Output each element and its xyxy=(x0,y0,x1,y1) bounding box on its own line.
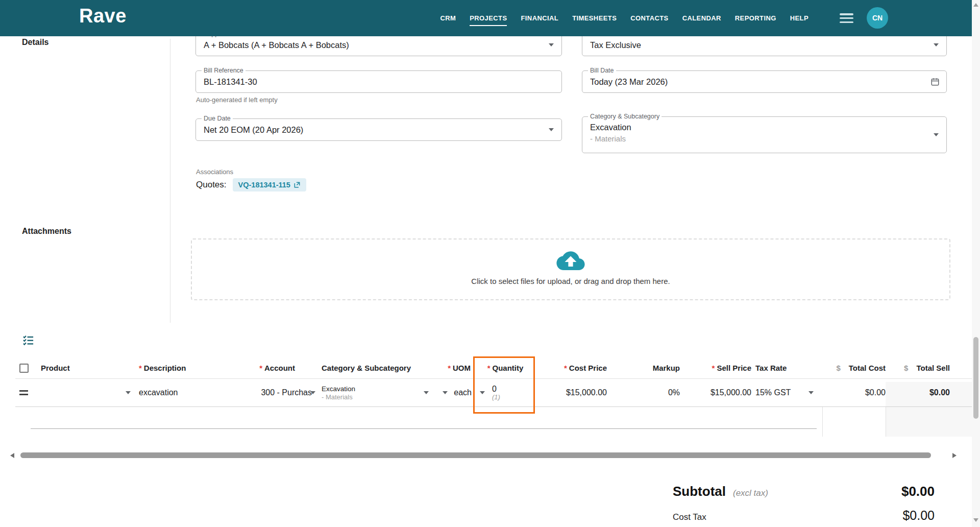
cell-markup[interactable]: 0% xyxy=(610,388,684,397)
subtotal-label: Subtotal xyxy=(673,484,726,499)
nav-crm[interactable]: CRM xyxy=(440,10,456,26)
vertical-scrollbar[interactable] xyxy=(972,0,980,527)
cell-cost-price[interactable]: $15,000.00 xyxy=(536,388,610,397)
calendar-icon[interactable] xyxy=(930,77,940,88)
totals-summary: Subtotal (excl tax) $0.00 Cost Tax $0.00 xyxy=(673,484,935,523)
nav-projects[interactable]: PROJECTS xyxy=(470,10,507,26)
bill-date-value: Today (23 Mar 2026) xyxy=(590,77,925,87)
quotes-label: Quotes: xyxy=(196,180,227,190)
tax-mode-select[interactable]: Tax Exclusive xyxy=(582,36,947,56)
supplier-label: Supplier xyxy=(202,36,229,38)
user-avatar[interactable]: CN xyxy=(867,7,888,29)
cell-description[interactable]: excavation xyxy=(133,388,240,397)
chevron-down-icon[interactable] xyxy=(443,391,448,394)
nav-help[interactable]: HELP xyxy=(790,10,808,26)
scroll-up-arrow-icon[interactable] xyxy=(973,3,978,7)
bill-reference-helper: Auto-generated if left empty xyxy=(196,96,278,104)
col-product: Product xyxy=(37,364,133,372)
quote-chip-label: VQ-181341-115 xyxy=(238,181,290,189)
nav-reporting[interactable]: REPORTING xyxy=(735,10,776,26)
horizontal-scrollbar[interactable] xyxy=(0,451,972,459)
scroll-left-arrow-icon[interactable] xyxy=(10,453,14,458)
dollar-icon: $ xyxy=(836,364,840,372)
nav-calendar[interactable]: CALENDAR xyxy=(682,10,721,26)
col-markup: Markup xyxy=(610,364,684,372)
cost-tax-label: Cost Tax xyxy=(673,512,706,522)
file-upload-dropzone[interactable]: Click to select files for upload, or dra… xyxy=(191,238,950,300)
scroll-right-arrow-icon[interactable] xyxy=(952,453,957,458)
chevron-down-icon[interactable] xyxy=(480,391,485,394)
associations-label: Associations xyxy=(196,168,233,176)
cell-sell-price[interactable]: $15,000.00 xyxy=(684,388,751,397)
category-select[interactable]: Category & Subcategory Excavation - Mate… xyxy=(582,116,947,153)
bill-date-input[interactable]: Bill Date Today (23 Mar 2026) xyxy=(582,70,947,93)
chevron-down-icon[interactable] xyxy=(934,133,939,136)
col-tax-rate: Tax Rate xyxy=(751,364,817,372)
cell-account[interactable]: 300 - Purchas xyxy=(240,388,315,397)
chevron-down-icon[interactable] xyxy=(549,128,554,131)
category-value: Excavation xyxy=(590,123,631,132)
subtotal-note: (excl tax) xyxy=(733,488,768,498)
bill-date-label: Bill Date xyxy=(588,66,616,75)
nav-timesheets[interactable]: TIMESHEETS xyxy=(572,10,617,26)
due-date-label: Due Date xyxy=(202,114,233,123)
cell-uom[interactable]: each xyxy=(433,388,475,397)
select-all-checkbox[interactable] xyxy=(19,364,29,373)
upload-hint-text: Click to select files for upload, or dra… xyxy=(192,277,949,285)
col-total-cost: $Total Cost xyxy=(817,364,886,372)
horizontal-scrollbar-thumb[interactable] xyxy=(20,452,931,458)
supplier-select[interactable]: Supplier A + Bobcats (A + Bobcats A + Bo… xyxy=(195,36,562,56)
drag-handle-icon[interactable] xyxy=(19,390,28,395)
col-account: *Account xyxy=(240,364,315,372)
category-label: Category & Subcategory xyxy=(588,112,662,121)
bill-reference-value: BL-181341-30 xyxy=(204,77,540,87)
table-footer-border xyxy=(31,407,817,429)
chevron-down-icon[interactable] xyxy=(549,43,554,46)
subtotal-value: $0.00 xyxy=(901,484,935,499)
main-nav: CRM PROJECTS FINANCIAL TIMESHEETS CONTAC… xyxy=(440,0,808,36)
chevron-down-icon[interactable] xyxy=(424,391,429,394)
cell-product[interactable] xyxy=(37,391,133,394)
col-sell-price: *Sell Price xyxy=(684,364,751,372)
hamburger-menu-icon[interactable] xyxy=(840,13,853,23)
details-section-label: Details xyxy=(22,38,48,47)
col-total-sell: $Total Sell xyxy=(886,364,972,372)
nav-financial[interactable]: FINANCIAL xyxy=(521,10,558,26)
nav-contacts[interactable]: CONTACTS xyxy=(630,10,668,26)
section-divider xyxy=(170,39,170,323)
external-link-icon xyxy=(293,181,301,188)
chevron-down-icon[interactable] xyxy=(310,391,315,394)
due-date-value: Net 20 EOM (20 Apr 2026) xyxy=(204,125,540,135)
cell-total-sell: $0.00 xyxy=(886,388,972,397)
chevron-down-icon[interactable] xyxy=(808,391,814,394)
col-description: *Description xyxy=(133,364,240,372)
app-logo: Rave xyxy=(79,5,127,27)
chevron-down-icon[interactable] xyxy=(934,43,939,46)
bill-edit-page: Rave CRM PROJECTS FINANCIAL TIMESHEETS C… xyxy=(0,0,980,527)
attachments-section-label: Attachments xyxy=(22,227,71,236)
checklist-icon[interactable] xyxy=(22,334,34,348)
tax-mode-value: Tax Exclusive xyxy=(590,40,925,50)
cost-tax-value: $0.00 xyxy=(902,508,935,523)
quote-link-chip[interactable]: VQ-181341-115 xyxy=(233,178,306,191)
chevron-down-icon[interactable] xyxy=(126,391,131,394)
table-header-row: Product *Description *Account Category &… xyxy=(15,357,972,379)
cell-quantity[interactable]: 0 (1) xyxy=(475,385,536,401)
col-category: Category & Subcategory xyxy=(315,364,433,372)
col-uom: *UOM xyxy=(433,364,475,372)
page-content: Details Attachments Supplier A + Bobcats… xyxy=(0,36,972,527)
bill-reference-input[interactable]: Bill Reference BL-181341-30 xyxy=(195,70,562,93)
scroll-down-arrow-icon[interactable] xyxy=(973,518,978,522)
category-subvalue: - Materials xyxy=(590,134,626,143)
cell-tax-rate[interactable]: 15% GST xyxy=(751,388,817,397)
cell-category[interactable]: Excavation - Materials xyxy=(315,385,433,401)
due-date-select[interactable]: Due Date Net 20 EOM (20 Apr 2026) xyxy=(195,118,562,141)
table-row: excavation 300 - Purchas Excavation - Ma… xyxy=(15,379,972,407)
vertical-scrollbar-thumb[interactable] xyxy=(973,337,978,419)
associations-quotes: Quotes: VQ-181341-115 xyxy=(196,178,306,191)
col-cost-price: *Cost Price xyxy=(536,364,610,372)
supplier-value: A + Bobcats (A + Bobcats A + Bobcats) xyxy=(204,40,540,50)
dollar-icon: $ xyxy=(904,364,908,372)
app-header: Rave CRM PROJECTS FINANCIAL TIMESHEETS C… xyxy=(0,0,972,36)
cell-total-cost: $0.00 xyxy=(817,388,886,397)
